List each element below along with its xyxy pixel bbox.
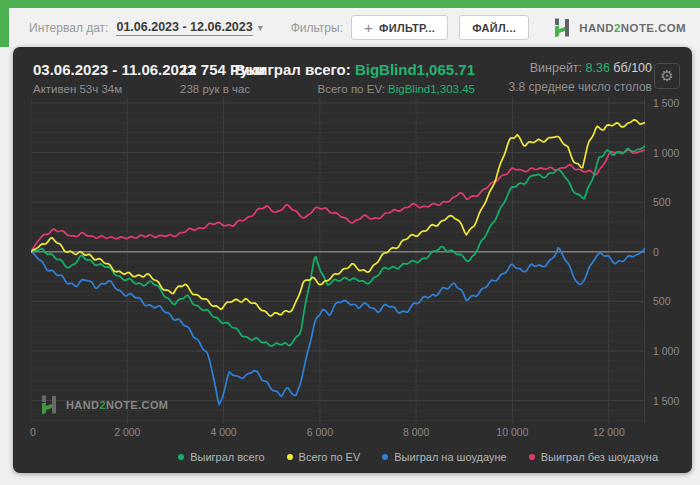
graph-settings-button[interactable]: ⚙ (654, 63, 680, 89)
ev-total: Всего по EV: BigBlind1,303.45 (235, 83, 475, 95)
date-range-value: 01.06.2023 - 12.06.2023 (116, 20, 252, 36)
x-tick-label: 12 000 (579, 426, 639, 438)
toolbar: Интервал дат: 01.06.2023 - 12.06.2023 ▾ … (9, 8, 700, 47)
winrate: Винрейт: 8.36 бб/100 (509, 61, 652, 77)
winnings-line-chart (31, 97, 645, 423)
date-range-dropdown[interactable]: 01.06.2023 - 12.06.2023 ▾ (116, 20, 262, 36)
y-tick-label: 1 500 (653, 395, 697, 407)
x-tick-label: 2 000 (97, 426, 157, 438)
legend-dot-icon (382, 454, 388, 460)
add-filter-button[interactable]: + ФИЛЬТР... (351, 15, 448, 40)
hand2note-logo-text: HAND2NOTE.COM (579, 22, 686, 34)
y-tick-label: 1 000 (653, 345, 697, 357)
y-tick-label: 500 (653, 295, 697, 307)
window-left-accent (0, 0, 9, 47)
hand2note-logo[interactable]: HAND2NOTE.COM (552, 17, 686, 38)
session-winnings: Выиграл всего: BigBlind1,065.71 Всего по… (235, 61, 475, 95)
legend-item: Всего по EV (287, 451, 361, 463)
session-graph-panel: 03.06.2023 - 11.06.2023 Активен 53ч 34м … (13, 47, 692, 473)
legend-item: Выиграл без шоудауна (529, 451, 658, 463)
x-tick-label: 10 000 (482, 426, 542, 438)
won-total: Выиграл всего: BigBlind1,065.71 (235, 61, 475, 80)
legend-dot-icon (178, 454, 184, 460)
y-tick-label: 1 000 (653, 147, 697, 159)
chevron-down-icon: ▾ (258, 22, 263, 33)
legend-label: Выиграл всего (190, 451, 264, 463)
file-button-label: ФАЙЛ... (472, 22, 516, 34)
y-tick-label: 0 (653, 246, 697, 258)
legend-dot-icon (529, 454, 535, 460)
chart-legend: Выиграл всегоВсего по EVВыиграл на шоуда… (178, 451, 658, 463)
legend-label: Выиграл на шоудауне (394, 451, 506, 463)
session-date-range: 03.06.2023 - 11.06.2023 (33, 61, 196, 80)
file-button[interactable]: ФАЙЛ... (459, 15, 529, 40)
filters-label: Фильтры: (291, 21, 343, 35)
y-tick-label: 1 500 (653, 97, 697, 109)
legend-dot-icon (287, 454, 293, 460)
legend-label: Всего по EV (299, 451, 361, 463)
series-line (31, 150, 645, 252)
x-tick-label: 6 000 (290, 426, 350, 438)
x-tick-label: 4 000 (194, 426, 254, 438)
legend-item: Выиграл всего (178, 451, 264, 463)
series-line (31, 120, 645, 316)
session-winrate: Винрейт: 8.36 бб/100 3.8 среднее число с… (509, 61, 652, 94)
hand2note-watermark-text: HAND2NOTE.COM (66, 399, 168, 411)
legend-item: Выиграл на шоудауне (382, 451, 506, 463)
gear-icon: ⚙ (660, 67, 673, 85)
session-dates: 03.06.2023 - 11.06.2023 Активен 53ч 34м (33, 61, 196, 95)
avg-tables: 3.8 среднее число столов (509, 80, 652, 94)
y-tick-label: 500 (653, 196, 697, 208)
session-active-time: Активен 53ч 34м (33, 83, 196, 95)
add-filter-button-label: ФИЛЬТР... (379, 22, 435, 34)
series-line (31, 146, 645, 346)
interval-label: Интервал дат: (29, 21, 108, 35)
legend-label: Выиграл без шоудауна (541, 451, 658, 463)
window-top-accent (0, 0, 700, 8)
hand2note-logo-icon (552, 17, 572, 38)
hand2note-watermark: HAND2NOTE.COM (39, 394, 168, 415)
x-tick-label: 8 000 (386, 426, 446, 438)
plus-icon: + (364, 20, 373, 35)
x-tick-label: 0 (28, 426, 38, 438)
hand2note-watermark-icon (39, 394, 59, 415)
